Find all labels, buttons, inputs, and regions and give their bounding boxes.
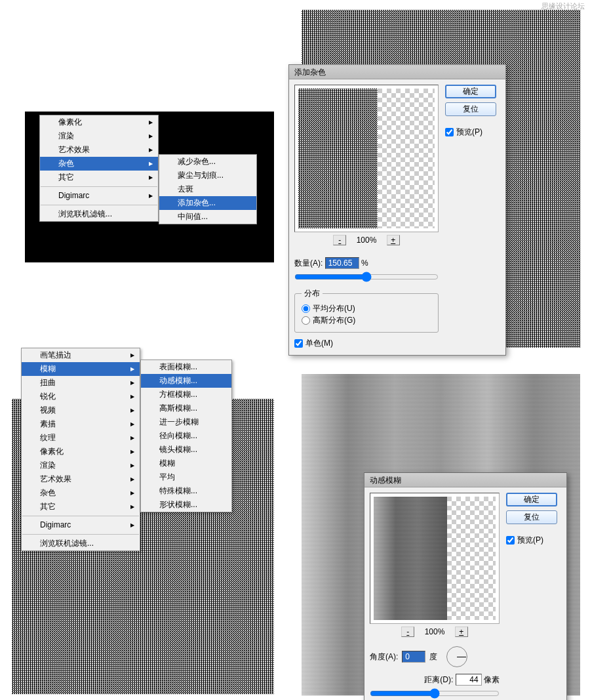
- menu-item[interactable]: 素描: [22, 417, 140, 431]
- menu-item-browse[interactable]: 浏览联机滤镜...: [40, 207, 158, 221]
- amount-slider[interactable]: [294, 272, 439, 282]
- submenu-item[interactable]: 蒙尘与划痕...: [159, 169, 256, 182]
- motion-blur-dialog: 动感模糊 - 100% + 角度(A): 0 度: [364, 472, 567, 700]
- menu-item[interactable]: 扭曲: [22, 376, 140, 390]
- menu-item[interactable]: 画笔描边: [22, 348, 140, 362]
- submenu-item-motion-blur[interactable]: 动感模糊...: [141, 374, 231, 388]
- submenu-item[interactable]: 去斑: [159, 182, 256, 196]
- menu-item[interactable]: 艺术效果: [40, 143, 158, 157]
- menu-separator: [41, 186, 157, 187]
- mono-checkbox[interactable]: 单色(M): [294, 338, 333, 349]
- submenu-item[interactable]: 形状模糊...: [141, 498, 231, 512]
- dialog-title: 添加杂色: [289, 65, 505, 79]
- submenu-item[interactable]: 特殊模糊...: [141, 484, 231, 498]
- menu-item[interactable]: 其它: [40, 171, 158, 184]
- menu-item[interactable]: 纹理: [22, 431, 140, 445]
- amount-label: 数量(A):: [294, 258, 323, 268]
- distance-slider[interactable]: [370, 688, 500, 699]
- menu-item[interactable]: 渲染: [40, 129, 158, 143]
- menu-item-digimarc[interactable]: Digimarc: [22, 518, 140, 532]
- angle-label: 角度(A):: [370, 651, 398, 663]
- ok-button[interactable]: 确定: [445, 85, 496, 98]
- menu-item[interactable]: 视频: [22, 403, 140, 417]
- preview-checkbox[interactable]: 预览(P): [506, 535, 543, 546]
- zoom-level: 100%: [425, 627, 445, 636]
- submenu-item[interactable]: 进一步模糊: [141, 415, 231, 429]
- menu-item-browse[interactable]: 浏览联机滤镜...: [22, 537, 140, 550]
- menu-item-digimarc[interactable]: Digimarc: [40, 189, 158, 203]
- amount-input[interactable]: 150.65: [325, 257, 359, 269]
- filter-menu-1[interactable]: 像素化 渲染 艺术效果 杂色 其它 Digimarc 浏览联机滤镜...: [39, 115, 159, 222]
- add-noise-dialog: 添加杂色 - 100% + 数量(A): 150.65 % 分布 平均分布(U)…: [288, 64, 506, 356]
- distribution-legend: 分布: [302, 288, 323, 299]
- menu-item[interactable]: 杂色: [22, 486, 140, 500]
- uniform-radio[interactable]: 平均分布(U): [302, 303, 355, 314]
- submenu-item[interactable]: 表面模糊...: [141, 360, 231, 374]
- distance-input[interactable]: 44: [456, 674, 482, 686]
- reset-button[interactable]: 复位: [506, 510, 557, 524]
- menu-separator: [41, 205, 157, 205]
- zoom-out-button[interactable]: -: [401, 627, 414, 637]
- amount-unit: %: [361, 258, 368, 268]
- menu-separator: [22, 516, 139, 516]
- menu-item[interactable]: 锐化: [22, 390, 140, 403]
- submenu-item[interactable]: 减少杂色...: [159, 155, 256, 169]
- zoom-level: 100%: [357, 236, 377, 245]
- filter-menu-2[interactable]: 画笔描边 模糊 扭曲 锐化 视频 素描 纹理 像素化 渲染 艺术效果 杂色 其它…: [21, 348, 140, 551]
- zoom-out-button[interactable]: -: [333, 235, 346, 245]
- submenu-item[interactable]: 模糊: [141, 457, 231, 470]
- menu-item-blur[interactable]: 模糊: [22, 362, 140, 376]
- menu-item[interactable]: 像素化: [40, 115, 158, 129]
- menu-item[interactable]: 渲染: [22, 459, 140, 472]
- zoom-in-button[interactable]: +: [455, 627, 468, 637]
- dialog-title: 动感模糊: [364, 473, 566, 487]
- menu-separator: [22, 534, 139, 535]
- preview-checkbox[interactable]: 预览(P): [445, 127, 482, 138]
- submenu-item[interactable]: 径向模糊...: [141, 429, 231, 443]
- zoom-in-button[interactable]: +: [387, 235, 400, 245]
- preview-box: [370, 493, 500, 624]
- menu-item-noise[interactable]: 杂色: [40, 157, 158, 171]
- angle-unit: 度: [429, 651, 437, 663]
- submenu-item[interactable]: 镜头模糊...: [141, 443, 231, 457]
- distance-unit: 像素: [484, 675, 500, 684]
- gaussian-radio[interactable]: 高斯分布(G): [302, 315, 355, 326]
- angle-dial-icon[interactable]: [446, 646, 467, 667]
- menu-item[interactable]: 艺术效果: [22, 472, 140, 486]
- menu-item[interactable]: 像素化: [22, 445, 140, 459]
- submenu-item-add-noise[interactable]: 添加杂色...: [159, 196, 256, 210]
- submenu-item[interactable]: 方框模糊...: [141, 388, 231, 401]
- blur-submenu[interactable]: 表面模糊... 动感模糊... 方框模糊... 高斯模糊... 进一步模糊 径向…: [140, 360, 232, 512]
- distance-label: 距离(D):: [424, 675, 453, 684]
- reset-button[interactable]: 复位: [445, 102, 496, 116]
- submenu-item[interactable]: 平均: [141, 470, 231, 484]
- submenu-item[interactable]: 高斯模糊...: [141, 401, 231, 415]
- preview-box: [294, 85, 439, 232]
- ok-button[interactable]: 确定: [506, 493, 557, 506]
- angle-input[interactable]: 0: [402, 651, 425, 663]
- distribution-group: 分布 平均分布(U) 高斯分布(G): [294, 288, 439, 333]
- submenu-item[interactable]: 中间值...: [159, 210, 256, 224]
- menu-item[interactable]: 其它: [22, 500, 140, 514]
- noise-submenu[interactable]: 减少杂色... 蒙尘与划痕... 去斑 添加杂色... 中间值...: [159, 154, 257, 224]
